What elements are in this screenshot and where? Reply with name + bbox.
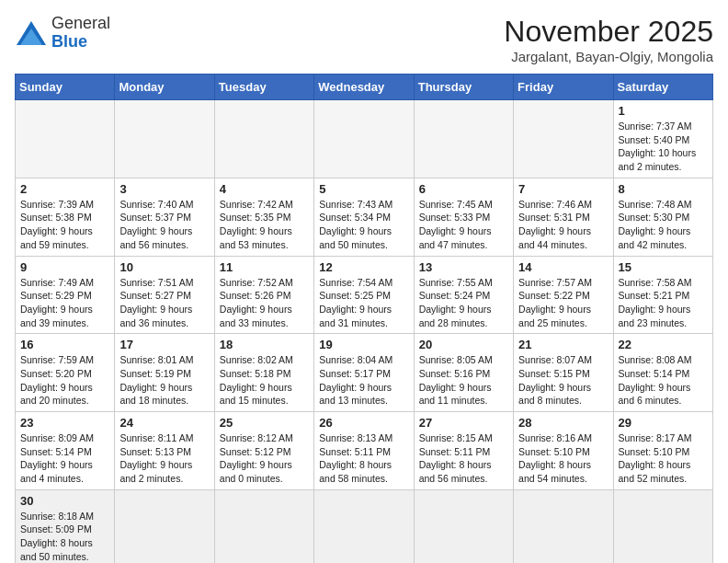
calendar-week-row: 16Sunrise: 7:59 AM Sunset: 5:20 PM Dayli…: [16, 334, 713, 412]
day-info: Sunrise: 8:05 AM Sunset: 5:16 PM Dayligh…: [419, 353, 508, 408]
calendar-cell: [16, 100, 115, 178]
day-info: Sunrise: 8:08 AM Sunset: 5:14 PM Dayligh…: [619, 353, 708, 408]
weekday-header-sunday: Sunday: [16, 75, 115, 100]
calendar-cell: 16Sunrise: 7:59 AM Sunset: 5:20 PM Dayli…: [16, 334, 115, 412]
day-info: Sunrise: 8:04 AM Sunset: 5:17 PM Dayligh…: [319, 353, 408, 408]
day-number: 22: [619, 338, 708, 351]
calendar-cell: 10Sunrise: 7:51 AM Sunset: 5:27 PM Dayli…: [115, 256, 214, 334]
calendar-cell: 19Sunrise: 8:04 AM Sunset: 5:17 PM Dayli…: [314, 334, 414, 412]
calendar-cell: 18Sunrise: 8:02 AM Sunset: 5:18 PM Dayli…: [214, 334, 313, 412]
day-info: Sunrise: 7:54 AM Sunset: 5:25 PM Dayligh…: [319, 276, 408, 330]
day-info: Sunrise: 7:52 AM Sunset: 5:26 PM Dayligh…: [220, 276, 309, 330]
calendar-cell: 12Sunrise: 7:54 AM Sunset: 5:25 PM Dayli…: [314, 256, 414, 334]
calendar-cell: [414, 489, 513, 563]
calendar-cell: [115, 489, 214, 563]
calendar-cell: 1Sunrise: 7:37 AM Sunset: 5:40 PM Daylig…: [613, 100, 712, 178]
day-info: Sunrise: 7:42 AM Sunset: 5:35 PM Dayligh…: [220, 198, 309, 252]
calendar-cell: 23Sunrise: 8:09 AM Sunset: 5:14 PM Dayli…: [16, 412, 115, 490]
month-year: November 2025: [504, 15, 713, 49]
day-number: 12: [319, 260, 408, 274]
calendar-cell: [214, 489, 313, 563]
calendar-cell: 20Sunrise: 8:05 AM Sunset: 5:16 PM Dayli…: [414, 334, 513, 412]
calendar-cell: [414, 100, 513, 178]
weekday-header-tuesday: Tuesday: [214, 75, 313, 100]
day-info: Sunrise: 7:49 AM Sunset: 5:29 PM Dayligh…: [20, 276, 109, 330]
calendar-cell: 27Sunrise: 8:15 AM Sunset: 5:11 PM Dayli…: [414, 412, 513, 490]
day-info: Sunrise: 8:09 AM Sunset: 5:14 PM Dayligh…: [20, 431, 109, 486]
calendar-week-row: 30Sunrise: 8:18 AM Sunset: 5:09 PM Dayli…: [16, 489, 713, 563]
logo-icon: [15, 19, 48, 47]
calendar-cell: 2Sunrise: 7:39 AM Sunset: 5:38 PM Daylig…: [16, 178, 115, 256]
calendar-week-row: 2Sunrise: 7:39 AM Sunset: 5:38 PM Daylig…: [16, 178, 713, 256]
calendar-cell: 14Sunrise: 7:57 AM Sunset: 5:22 PM Dayli…: [514, 256, 613, 334]
day-info: Sunrise: 8:01 AM Sunset: 5:19 PM Dayligh…: [119, 353, 209, 408]
calendar-cell: 5Sunrise: 7:43 AM Sunset: 5:34 PM Daylig…: [314, 178, 414, 256]
day-number: 27: [419, 416, 508, 430]
weekday-header-wednesday: Wednesday: [314, 75, 414, 100]
day-number: 18: [220, 338, 309, 351]
calendar-cell: 13Sunrise: 7:55 AM Sunset: 5:24 PM Dayli…: [414, 256, 513, 334]
calendar-cell: 26Sunrise: 8:13 AM Sunset: 5:11 PM Dayli…: [314, 412, 414, 490]
calendar-cell: [214, 100, 313, 178]
calendar-cell: 30Sunrise: 8:18 AM Sunset: 5:09 PM Dayli…: [16, 489, 115, 563]
day-number: 21: [518, 338, 608, 351]
day-info: Sunrise: 7:46 AM Sunset: 5:31 PM Dayligh…: [518, 198, 608, 252]
day-number: 7: [518, 182, 608, 196]
day-info: Sunrise: 8:02 AM Sunset: 5:18 PM Dayligh…: [220, 353, 309, 408]
logo-text: General Blue: [51, 15, 110, 52]
weekday-header-row: SundayMondayTuesdayWednesdayThursdayFrid…: [16, 75, 713, 100]
day-number: 10: [119, 260, 209, 274]
title-block: November 2025 Jargalant, Bayan-Olgiy, Mo…: [504, 15, 713, 64]
day-info: Sunrise: 8:11 AM Sunset: 5:13 PM Dayligh…: [119, 431, 209, 486]
calendar-cell: 4Sunrise: 7:42 AM Sunset: 5:35 PM Daylig…: [214, 178, 313, 256]
day-info: Sunrise: 8:07 AM Sunset: 5:15 PM Dayligh…: [518, 353, 608, 408]
calendar-cell: 22Sunrise: 8:08 AM Sunset: 5:14 PM Dayli…: [613, 334, 712, 412]
calendar-cell: 7Sunrise: 7:46 AM Sunset: 5:31 PM Daylig…: [514, 178, 613, 256]
logo: General Blue: [15, 15, 110, 52]
calendar-cell: 6Sunrise: 7:45 AM Sunset: 5:33 PM Daylig…: [414, 178, 513, 256]
calendar-cell: 9Sunrise: 7:49 AM Sunset: 5:29 PM Daylig…: [16, 256, 115, 334]
day-number: 11: [220, 260, 309, 274]
calendar-week-row: 23Sunrise: 8:09 AM Sunset: 5:14 PM Dayli…: [16, 412, 713, 490]
day-number: 15: [619, 260, 708, 274]
day-number: 8: [619, 182, 708, 196]
calendar-week-row: 1Sunrise: 7:37 AM Sunset: 5:40 PM Daylig…: [16, 100, 713, 178]
page-header: General Blue November 2025 Jargalant, Ba…: [15, 15, 713, 64]
calendar-cell: [314, 100, 414, 178]
day-number: 14: [518, 260, 608, 274]
calendar-cell: 17Sunrise: 8:01 AM Sunset: 5:19 PM Dayli…: [115, 334, 214, 412]
calendar-cell: 25Sunrise: 8:12 AM Sunset: 5:12 PM Dayli…: [214, 412, 313, 490]
calendar-cell: [115, 100, 214, 178]
day-number: 25: [220, 416, 309, 430]
weekday-header-saturday: Saturday: [613, 75, 712, 100]
day-info: Sunrise: 7:57 AM Sunset: 5:22 PM Dayligh…: [518, 276, 608, 330]
day-number: 16: [20, 338, 109, 351]
day-info: Sunrise: 7:40 AM Sunset: 5:37 PM Dayligh…: [119, 198, 209, 252]
day-number: 6: [419, 182, 508, 196]
day-info: Sunrise: 7:59 AM Sunset: 5:20 PM Dayligh…: [20, 353, 109, 408]
day-number: 2: [20, 182, 109, 196]
day-number: 17: [119, 338, 209, 351]
day-number: 23: [20, 416, 109, 430]
calendar-cell: [314, 489, 414, 563]
day-info: Sunrise: 7:48 AM Sunset: 5:30 PM Dayligh…: [619, 198, 708, 252]
day-number: 9: [20, 260, 109, 274]
calendar-cell: 8Sunrise: 7:48 AM Sunset: 5:30 PM Daylig…: [613, 178, 712, 256]
day-number: 29: [619, 416, 708, 430]
day-number: 1: [619, 104, 708, 118]
calendar-cell: 28Sunrise: 8:16 AM Sunset: 5:10 PM Dayli…: [514, 412, 613, 490]
day-number: 28: [518, 416, 608, 430]
day-info: Sunrise: 8:17 AM Sunset: 5:10 PM Dayligh…: [619, 431, 708, 486]
day-number: 26: [319, 416, 408, 430]
day-number: 13: [419, 260, 508, 274]
day-number: 20: [419, 338, 508, 351]
day-info: Sunrise: 8:16 AM Sunset: 5:10 PM Dayligh…: [518, 431, 608, 486]
calendar-cell: 24Sunrise: 8:11 AM Sunset: 5:13 PM Dayli…: [115, 412, 214, 490]
location: Jargalant, Bayan-Olgiy, Mongolia: [504, 49, 713, 64]
weekday-header-friday: Friday: [514, 75, 613, 100]
day-number: 4: [220, 182, 309, 196]
calendar-cell: [514, 100, 613, 178]
day-info: Sunrise: 8:18 AM Sunset: 5:09 PM Dayligh…: [20, 510, 109, 563]
day-info: Sunrise: 8:13 AM Sunset: 5:11 PM Dayligh…: [319, 431, 408, 486]
calendar-week-row: 9Sunrise: 7:49 AM Sunset: 5:29 PM Daylig…: [16, 256, 713, 334]
